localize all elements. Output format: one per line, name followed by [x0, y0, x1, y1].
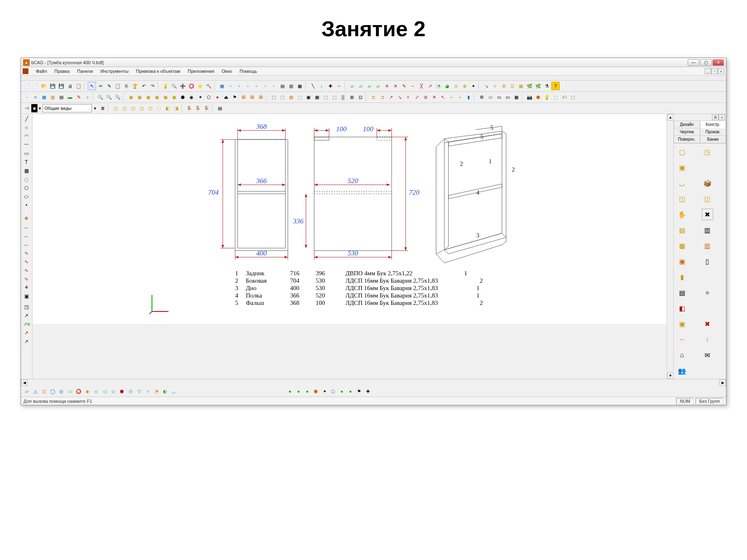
panel-icon-9[interactable]: ✖	[702, 209, 713, 220]
tA-icon[interactable]: ⊞	[348, 93, 356, 101]
tab-banks[interactable]: Банки	[700, 136, 726, 143]
open-icon[interactable]: 📂	[40, 82, 48, 90]
point-tool-icon[interactable]: •	[22, 201, 31, 209]
iso-2-icon[interactable]: ◫	[120, 104, 128, 112]
anchor-left-icon[interactable]: ⊣	[23, 104, 31, 112]
panel-icon-13[interactable]: ▥	[702, 240, 713, 251]
scroll-v[interactable]: ▲ ▼	[667, 114, 673, 379]
sA-icon[interactable]: 🏛	[257, 93, 265, 101]
u6-icon[interactable]: ⤢	[413, 93, 421, 101]
s5-icon[interactable]: ●	[213, 93, 222, 101]
view-d-icon[interactable]: ▫	[252, 82, 261, 90]
bt-12-icon[interactable]: ⬣	[118, 387, 126, 395]
r1-icon[interactable]: ▫	[23, 93, 31, 101]
color-swatch[interactable]: ■	[31, 104, 37, 112]
grid-icon[interactable]: ▦	[296, 82, 304, 90]
list-icon[interactable]: ▤	[216, 104, 224, 112]
zoom-in-icon[interactable]: 🔍	[105, 93, 113, 101]
q4-icon[interactable]: ☰	[508, 82, 516, 90]
p4-icon[interactable]: ▱	[374, 82, 382, 90]
p8-icon[interactable]: ↔	[409, 82, 417, 90]
w1-icon[interactable]: 📷	[525, 93, 534, 101]
pC-icon[interactable]: ◕	[443, 82, 451, 90]
menu-tools[interactable]: Инструменты	[99, 68, 131, 74]
cube-2-icon[interactable]: ▣	[135, 93, 144, 101]
p1-icon[interactable]: ▱	[348, 82, 356, 90]
l9-icon[interactable]: ▣	[22, 292, 31, 300]
pD-icon[interactable]: ⊙	[452, 82, 460, 90]
p3-icon[interactable]: ▱	[365, 82, 374, 90]
dim-axis-icon[interactable]: ↕	[317, 82, 326, 90]
cube-1-icon[interactable]: ▣	[127, 93, 135, 101]
trophy-icon[interactable]: 🏆	[131, 82, 139, 90]
star-icon[interactable]: ⭐	[196, 82, 204, 90]
bt-14-icon[interactable]: ▽	[135, 387, 143, 395]
view-e-icon[interactable]: ▫	[261, 82, 269, 90]
tab-constr[interactable]: Констр.	[700, 121, 726, 128]
dropdown2-icon[interactable]: ▾	[92, 104, 98, 112]
lC-icon[interactable]: ↗ʀ	[22, 320, 31, 328]
text-tool-icon[interactable]: T	[22, 158, 31, 166]
p9-icon[interactable]: ╳	[417, 82, 425, 90]
bt-10-icon[interactable]: ◁	[100, 387, 109, 395]
menu-apps[interactable]: Приложения	[186, 68, 216, 74]
t6-icon[interactable]: ▦	[313, 93, 321, 101]
cursor-icon[interactable]: ↖	[88, 82, 96, 90]
bt-4-icon[interactable]: ◯	[49, 387, 57, 395]
rect-tool-icon[interactable]: ▭	[22, 149, 31, 158]
pF-icon[interactable]: ✦	[469, 82, 477, 90]
bt-5-icon[interactable]: ◎	[57, 387, 65, 395]
iso-7-icon[interactable]: ◧	[163, 104, 172, 112]
bt-13-icon[interactable]: ⦾	[126, 387, 135, 395]
v1-icon[interactable]: ⚙	[478, 93, 486, 101]
saveas-icon[interactable]: 💾	[57, 82, 65, 90]
u7-icon[interactable]: ⊘	[421, 93, 430, 101]
panel-icon-22[interactable]: ↔	[676, 334, 688, 345]
tab-surface[interactable]: Поверхн.	[674, 136, 700, 143]
s8-icon[interactable]: 🏛	[239, 93, 247, 101]
mdi-close[interactable]: ×	[718, 68, 724, 74]
t3-icon[interactable]: ▤	[287, 93, 295, 101]
tab-drawing[interactable]: Чертеж	[674, 128, 700, 136]
u5-icon[interactable]: ☓	[404, 93, 412, 101]
panel-icon-3[interactable]: ▣	[676, 162, 688, 173]
panel-icon-19[interactable]: ◧	[676, 302, 688, 314]
bt-7-icon[interactable]: ⭕	[75, 387, 83, 395]
light-icon[interactable]: 💡	[161, 82, 170, 90]
s6-icon[interactable]: ⏏	[222, 93, 230, 101]
p2-icon[interactable]: ▱	[357, 82, 365, 90]
viewport[interactable]: 368 366 704 400	[33, 114, 667, 324]
bt-9-icon[interactable]: ◇	[92, 387, 100, 395]
l7-icon[interactable]: ∿	[22, 275, 31, 283]
l4-icon[interactable]: ∿	[22, 249, 31, 257]
pA-icon[interactable]: ↗	[426, 82, 434, 90]
panel-icon-1[interactable]: ▢	[676, 146, 688, 158]
dim-arrow-icon[interactable]: →	[335, 82, 343, 90]
scroll-left-icon[interactable]: ◀	[21, 379, 28, 386]
r2-icon[interactable]: ≡	[31, 93, 40, 101]
q8-icon[interactable]: ⚗	[543, 82, 551, 90]
bt-18-icon[interactable]: ◡	[170, 387, 178, 395]
l6-icon[interactable]: ∿	[22, 266, 31, 274]
s9-icon[interactable]: 🏛	[248, 93, 256, 101]
menu-edit[interactable]: Правка	[53, 68, 71, 74]
q5-icon[interactable]: ▦	[517, 82, 525, 90]
panel-icon-17[interactable]: ▤	[676, 287, 688, 298]
save-icon[interactable]: 💾	[49, 82, 57, 90]
uB-icon[interactable]: ⟐	[456, 93, 464, 101]
scroll-right-icon[interactable]: ▶	[719, 379, 726, 386]
panel-icon-21[interactable]: ✖	[702, 318, 713, 330]
v4-icon[interactable]: ▭	[504, 93, 512, 101]
s1-icon[interactable]: ⬣	[179, 93, 187, 101]
panel-icon-20[interactable]: ▣	[676, 318, 688, 330]
bt-27-icon[interactable]: ⚑	[355, 387, 363, 395]
view-selector[interactable]	[42, 104, 92, 112]
t4-icon[interactable]: ⬚	[296, 93, 304, 101]
t2-icon[interactable]: ⬚	[278, 93, 287, 101]
region-tool-icon[interactable]: ◌	[22, 175, 31, 184]
panel-icon-12[interactable]: ▦	[676, 240, 688, 251]
menu-snap[interactable]: Привязка к объектам	[134, 68, 182, 74]
panel-icon-15[interactable]: ▯	[702, 256, 713, 267]
panel-icon-16[interactable]: ▮	[676, 271, 688, 283]
bt-24-icon[interactable]: ⬡	[329, 387, 337, 395]
